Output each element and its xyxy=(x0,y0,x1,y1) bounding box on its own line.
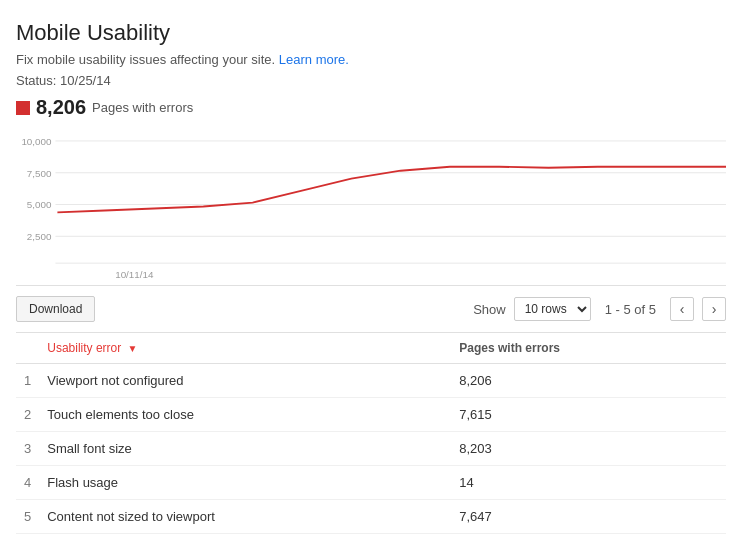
table-header-row: Usability error ▼ Pages with errors xyxy=(16,333,726,364)
toolbar: Download Show 10 rows 25 rows 50 rows 1 … xyxy=(16,286,726,333)
chart-svg: 10,000 7,500 5,000 2,500 10/11/14 xyxy=(16,131,726,285)
row-num: 3 xyxy=(16,432,39,466)
data-table: Usability error ▼ Pages with errors 1 Vi… xyxy=(16,333,726,534)
table-row: 4 Flash usage 14 xyxy=(16,466,726,500)
row-error: Touch elements too close xyxy=(39,398,451,432)
status-line: Status: 10/25/14 xyxy=(16,73,726,88)
svg-text:7,500: 7,500 xyxy=(27,168,52,179)
download-button[interactable]: Download xyxy=(16,296,95,322)
toolbar-right: Show 10 rows 25 rows 50 rows 1 - 5 of 5 … xyxy=(473,297,726,321)
table-row: 5 Content not sized to viewport 7,647 xyxy=(16,500,726,534)
rows-select[interactable]: 10 rows 25 rows 50 rows xyxy=(514,297,591,321)
svg-text:10,000: 10,000 xyxy=(21,136,52,147)
chart-area: 10,000 7,500 5,000 2,500 10/11/14 xyxy=(16,131,726,286)
row-num: 4 xyxy=(16,466,39,500)
row-pages: 14 xyxy=(451,466,726,500)
row-pages: 7,647 xyxy=(451,500,726,534)
svg-text:10/11/14: 10/11/14 xyxy=(115,269,154,280)
error-color-indicator xyxy=(16,101,30,115)
row-pages: 8,203 xyxy=(451,432,726,466)
row-num: 5 xyxy=(16,500,39,534)
row-error: Small font size xyxy=(39,432,451,466)
row-error: Flash usage xyxy=(39,466,451,500)
row-num: 1 xyxy=(16,364,39,398)
subtitle-text: Fix mobile usability issues affecting yo… xyxy=(16,52,275,67)
table-row: 2 Touch elements too close 7,615 xyxy=(16,398,726,432)
row-pages: 7,615 xyxy=(451,398,726,432)
row-error: Viewport not configured xyxy=(39,364,451,398)
table-body: 1 Viewport not configured 8,206 2 Touch … xyxy=(16,364,726,534)
col-error-header[interactable]: Usability error ▼ xyxy=(39,333,451,364)
row-error: Content not sized to viewport xyxy=(39,500,451,534)
error-count: 8,206 xyxy=(36,96,86,119)
error-count-label: Pages with errors xyxy=(92,100,193,115)
col-pages-header: Pages with errors xyxy=(451,333,726,364)
table-row: 1 Viewport not configured 8,206 xyxy=(16,364,726,398)
row-num: 2 xyxy=(16,398,39,432)
prev-page-button[interactable]: ‹ xyxy=(670,297,694,321)
sort-icon: ▼ xyxy=(128,343,138,354)
show-label: Show xyxy=(473,302,506,317)
col-num-header xyxy=(16,333,39,364)
svg-text:2,500: 2,500 xyxy=(27,231,52,242)
error-count-row: 8,206 Pages with errors xyxy=(16,96,726,119)
pagination-info: 1 - 5 of 5 xyxy=(605,302,656,317)
table-row: 3 Small font size 8,203 xyxy=(16,432,726,466)
learn-more-link[interactable]: Learn more. xyxy=(279,52,349,67)
next-page-button[interactable]: › xyxy=(702,297,726,321)
page-title: Mobile Usability xyxy=(16,20,726,46)
subtitle: Fix mobile usability issues affecting yo… xyxy=(16,52,726,67)
row-pages: 8,206 xyxy=(451,364,726,398)
svg-text:5,000: 5,000 xyxy=(27,199,52,210)
